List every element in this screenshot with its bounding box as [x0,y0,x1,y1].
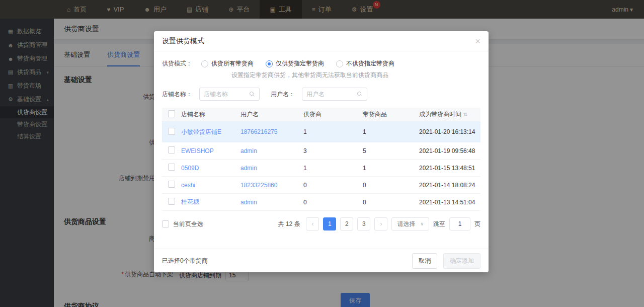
shop-link[interactable]: 小敏带货店铺E [181,128,240,136]
row-checkbox[interactable] [168,164,175,171]
modal-mode-label: 供货模式： [162,59,192,68]
radio-label: 供货所有带货商 [211,59,254,68]
goods-count: 0 [363,199,419,206]
pagination-row: 当前页全选 共 12 条 ‹ 1 2 3 › 请选择 ∨ 跳至 页 [162,217,480,231]
set-supply-mode-modal: 设置供货模式 × 供货模式： 供货所有带货商 仅供货指定带货商 不供货指定带货商… [154,31,489,272]
username-input[interactable] [306,91,357,98]
select-all-label: 当前页全选 [173,220,203,228]
row-checkbox[interactable] [168,181,175,188]
modal-title: 设置供货模式 [162,37,204,46]
page-button-1[interactable]: 1 [323,217,336,231]
table-row[interactable]: 桂花糖 admin 0 0 2021-01-13 14:51:04 [162,194,480,211]
become-time: 2021-01-13 14:51:04 [419,199,480,206]
page-size-value: 请选择 [397,220,415,228]
row-checkbox[interactable] [168,128,175,135]
user-link[interactable]: admin [240,147,303,155]
user-link[interactable]: admin [240,199,303,206]
supply-mode-options-row: 供货模式： 供货所有带货商 仅供货指定带货商 不供货指定带货商 [162,59,480,68]
become-time: 2021-01-15 13:48:51 [419,165,480,172]
chevron-down-icon: ∨ [420,221,424,226]
supply-mode-hint: 设置指定带货商供货，其他带货商无法获取当前供货商商品 [231,71,480,80]
modal-body: 供货模式： 供货所有带货商 仅供货指定带货商 不供货指定带货商 设置指定带货商供… [154,51,489,243]
supplier-count: 0 [303,182,363,189]
total-count: 共 12 条 [278,220,300,228]
pager: 共 12 条 ‹ 1 2 3 › 请选择 ∨ 跳至 页 [278,217,480,231]
supplier-count: 0 [303,199,363,206]
become-time: 2021-01-20 16:13:14 [419,128,480,135]
become-time: 2021-01-19 09:56:48 [419,147,480,155]
goods-count: 1 [363,165,419,172]
col-become-time: 成为带货商时间⇅ [419,110,480,119]
supplier-count: 1 [303,165,363,172]
confirm-add-button[interactable]: 确定添加 [443,253,480,269]
modal-header: 设置供货模式 × [154,31,489,51]
radio-icon [201,60,208,67]
radio-label: 仅供货指定带货商 [276,59,324,68]
page-button-2[interactable]: 2 [340,217,353,231]
user-link[interactable]: 18766216275 [240,128,303,135]
selected-count-info: 已选择0个带货商 [162,257,208,265]
become-time: 2021-01-14 18:08:24 [419,182,480,189]
shop-link[interactable]: EWEISHOP [181,147,240,155]
radio-icon [266,60,273,67]
table-row[interactable]: 小敏带货店铺E 18766216275 1 1 2021-01-20 16:13… [162,121,480,142]
cancel-button[interactable]: 取消 [412,253,437,269]
radio-label: 不供货指定带货商 [346,59,394,68]
row-checkbox[interactable] [168,198,175,205]
distributors-table: 店铺名称 用户名 供货商 带货商品 成为带货商时间⇅ 小敏带货店铺E 18766… [162,108,480,211]
shop-link[interactable]: 桂花糖 [181,198,240,206]
close-icon[interactable]: × [475,37,480,46]
jump-to-label: 跳至 [433,220,445,228]
table-row[interactable]: EWEISHOP admin 3 5 2021-01-19 09:56:48 [162,142,480,160]
shop-link[interactable]: 0509D [181,165,240,172]
username-label: 用户名： [271,90,295,99]
radio-supply-all[interactable]: 供货所有带货商 [201,59,254,68]
goods-count: 1 [363,128,419,135]
radio-icon [336,60,343,67]
search-icon[interactable] [357,91,363,97]
filter-row: 店铺名称： 用户名： [162,88,480,101]
page-button-3[interactable]: 3 [357,217,370,231]
table-header-row: 店铺名称 用户名 供货商 带货商品 成为带货商时间⇅ [162,108,480,121]
select-all-current-page[interactable]: 当前页全选 [162,220,203,228]
jump-page-input[interactable] [449,217,470,231]
page-size-select[interactable]: 请选择 ∨ [391,217,429,231]
user-link[interactable]: admin [240,165,303,172]
page-suffix-label: 页 [474,220,480,228]
row-checkbox[interactable] [168,146,175,154]
next-page-button[interactable]: › [374,217,387,231]
shop-link[interactable]: ceshi [181,182,240,189]
sort-icon[interactable]: ⇅ [463,112,467,117]
table-row[interactable]: 0509D admin 1 1 2021-01-15 13:48:51 [162,160,480,177]
select-all-checkbox[interactable] [162,220,169,227]
col-shop-name: 店铺名称 [181,110,240,119]
search-icon[interactable] [249,91,255,97]
col-supplier: 供货商 [303,110,363,119]
username-search [302,88,367,101]
goods-count: 0 [363,182,419,189]
col-goods: 带货商品 [363,110,419,119]
col-username: 用户名 [240,110,303,119]
table-row[interactable]: ceshi 18233225860 0 0 2021-01-14 18:08:2… [162,177,480,194]
supplier-count: 3 [303,147,363,155]
radio-supply-designated-only[interactable]: 仅供货指定带货商 [266,59,324,68]
shop-name-label: 店铺名称： [162,90,192,99]
shop-name-search [199,88,260,101]
modal-footer: 已选择0个带货商 取消 确定添加 [154,249,489,272]
user-link[interactable]: 18233225860 [240,182,303,189]
supplier-count: 1 [303,128,363,135]
col-become-time-label: 成为带货商时间 [419,111,461,118]
select-all-header-checkbox[interactable] [168,110,175,117]
radio-not-supply-designated[interactable]: 不供货指定带货商 [336,59,394,68]
goods-count: 5 [363,147,419,155]
prev-page-button[interactable]: ‹ [306,217,319,231]
shop-name-input[interactable] [204,91,249,98]
